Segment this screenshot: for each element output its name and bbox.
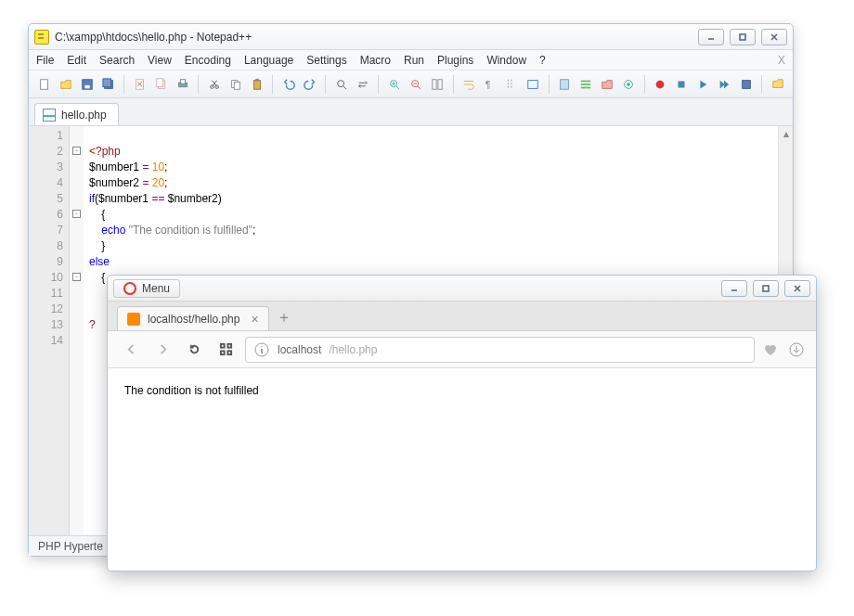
open-file-icon[interactable] (56, 74, 75, 95)
indent-guide-icon[interactable] (502, 74, 522, 95)
code-line[interactable]: $number2 = 20; (89, 175, 793, 191)
new-file-icon[interactable] (34, 74, 54, 95)
browser-maximize-button[interactable] (753, 280, 779, 297)
fold-cell[interactable] (70, 221, 84, 237)
opera-menu-button[interactable]: Menu (113, 279, 180, 298)
fold-cell[interactable] (70, 237, 84, 252)
menu-edit[interactable]: Edit (67, 54, 86, 67)
new-tab-button[interactable]: ＋ (273, 306, 295, 328)
browser-title-bar[interactable]: Menu (108, 276, 816, 302)
menu-run[interactable]: Run (404, 54, 424, 67)
menu-plugins[interactable]: Plugins (437, 54, 473, 67)
zoom-in-icon[interactable] (384, 74, 404, 95)
tab-close-icon[interactable]: × (251, 313, 258, 326)
fold-cell[interactable] (70, 252, 84, 268)
browser-close-button[interactable] (784, 280, 810, 297)
user-lang-icon[interactable] (524, 74, 543, 95)
bookmark-heart-icon[interactable] (762, 341, 779, 358)
fold-cell[interactable] (70, 331, 84, 347)
code-line[interactable]: else (89, 254, 793, 270)
reload-button[interactable] (182, 338, 206, 362)
fold-cell[interactable] (70, 300, 84, 315)
close-button[interactable] (761, 29, 787, 45)
code-line[interactable]: <?php (89, 144, 793, 160)
save-all-icon[interactable] (98, 74, 118, 95)
code-line[interactable]: if($number1 == $number2) (89, 191, 793, 207)
fold-cell[interactable]: - (70, 268, 84, 284)
stop-macro-icon[interactable] (672, 74, 692, 95)
redo-icon[interactable] (300, 74, 319, 95)
replace-icon[interactable] (353, 74, 372, 95)
svg-rect-4 (40, 79, 47, 89)
sync-v-icon[interactable] (428, 74, 447, 95)
close-file-icon[interactable] (130, 74, 149, 95)
speed-dial-button[interactable] (214, 338, 238, 362)
title-bar[interactable]: C:\xampp\htdocs\hello.php - Notepad++ (29, 24, 793, 50)
save-macro-icon[interactable] (736, 74, 756, 95)
code-line[interactable]: } (89, 238, 793, 254)
code-line[interactable]: { (89, 207, 793, 223)
fold-cell[interactable]: - (70, 142, 84, 158)
fold-toggle-icon[interactable]: - (72, 210, 81, 218)
fold-cell[interactable]: - (70, 205, 84, 221)
maximize-button[interactable] (730, 29, 756, 45)
back-button[interactable] (119, 338, 143, 362)
menu-search[interactable]: Search (99, 54, 135, 67)
menubar-close-icon[interactable]: X (778, 54, 785, 67)
save-icon[interactable] (77, 74, 97, 95)
address-bar[interactable]: localhost/hello.php (245, 337, 755, 363)
folder-panel-icon[interactable] (598, 74, 617, 95)
fold-toggle-icon[interactable]: - (72, 147, 81, 155)
code-line[interactable]: echo "The condition is fulfilled"; (89, 223, 793, 238)
monitor-icon[interactable] (619, 74, 639, 95)
minimize-button[interactable] (698, 29, 724, 45)
menu-file[interactable]: File (36, 54, 54, 67)
func-list-icon[interactable] (576, 74, 596, 95)
menu-help[interactable]: ? (539, 54, 546, 67)
menu-window[interactable]: Window (486, 54, 526, 67)
browser-tab[interactable]: localhost/hello.php × (117, 306, 269, 330)
copy-icon[interactable] (226, 74, 245, 95)
doc-map-icon[interactable] (555, 74, 575, 95)
wrap-icon[interactable] (459, 74, 479, 95)
menu-view[interactable]: View (148, 54, 172, 67)
cut-icon[interactable] (204, 74, 224, 95)
fold-gutter[interactable]: --- (70, 126, 84, 535)
site-info-icon[interactable] (253, 341, 270, 358)
menu-encoding[interactable]: Encoding (185, 54, 231, 67)
code-line[interactable]: $number1 = 10; (89, 160, 793, 175)
zoom-out-icon[interactable] (406, 74, 425, 95)
downloads-icon[interactable] (788, 341, 805, 358)
status-language: PHP Hyperte (38, 540, 103, 553)
close-all-icon[interactable] (151, 74, 171, 95)
menu-language[interactable]: Language (244, 54, 293, 67)
undo-icon[interactable] (278, 74, 298, 95)
url-host: localhost (278, 343, 321, 356)
document-tab[interactable]: hello.php (34, 103, 119, 125)
menu-macro[interactable]: Macro (360, 54, 391, 67)
opera-menu-label: Menu (142, 282, 170, 295)
spellcheck-icon[interactable] (768, 74, 787, 95)
code-line[interactable] (89, 128, 793, 144)
svg-rect-51 (227, 344, 231, 348)
menu-settings[interactable]: Settings (306, 54, 346, 67)
show-all-chars-icon[interactable]: ¶ (481, 74, 500, 95)
fold-cell[interactable] (70, 284, 84, 300)
svg-rect-8 (103, 78, 111, 86)
fold-cell[interactable] (70, 158, 84, 173)
fold-toggle-icon[interactable]: - (72, 273, 81, 281)
svg-rect-21 (255, 78, 259, 81)
play-many-icon[interactable] (715, 74, 734, 95)
fold-cell[interactable] (70, 315, 84, 331)
play-macro-icon[interactable] (693, 74, 713, 95)
forward-button[interactable] (150, 338, 175, 362)
browser-minimize-button[interactable] (721, 280, 747, 297)
fold-cell[interactable] (70, 173, 84, 189)
print-icon[interactable] (173, 74, 192, 95)
find-icon[interactable] (331, 74, 351, 95)
fold-cell[interactable] (70, 189, 84, 205)
fold-cell[interactable] (70, 126, 84, 142)
paste-icon[interactable] (247, 74, 266, 95)
record-macro-icon[interactable] (651, 74, 670, 95)
scroll-up-icon[interactable]: ▴ (779, 126, 794, 141)
